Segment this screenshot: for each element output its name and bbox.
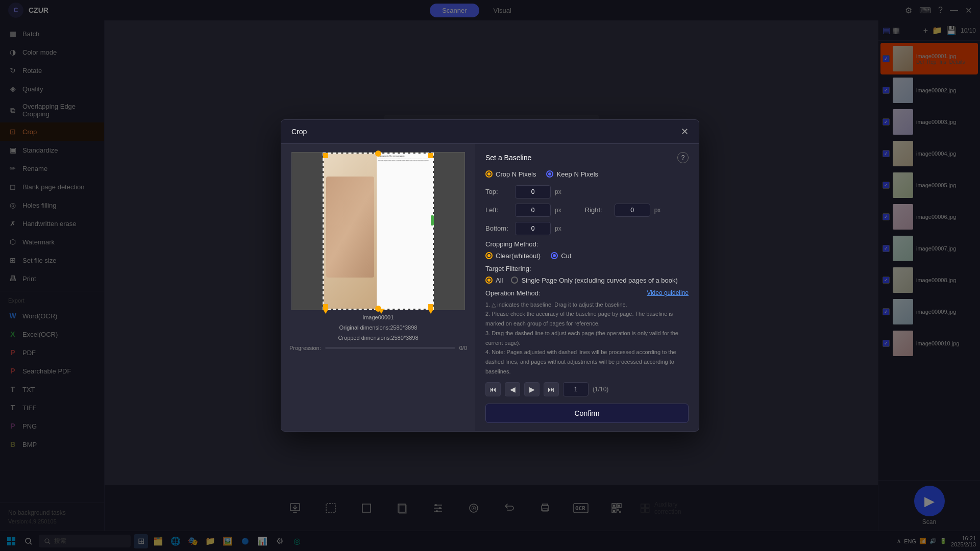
all-option[interactable]: All: [485, 277, 503, 284]
progression-label: Progression:: [289, 345, 321, 351]
crop-content: Development of the nervous system Lorem …: [324, 154, 433, 309]
op-step-3-text: 3. Drag the dashed line to adjust each p…: [485, 329, 689, 347]
left-input[interactable]: [515, 204, 551, 217]
crop-gray-right: [434, 153, 464, 310]
modal-overlay: Crop ✕ Developm: [0, 0, 980, 551]
nav-prev-button[interactable]: ◀: [505, 382, 520, 396]
crop-handle-top[interactable]: [375, 151, 381, 157]
single-page-label: Single Page Only (excluding curved pages…: [521, 277, 677, 284]
nav-first-button[interactable]: ⏮: [485, 382, 501, 396]
baseline-marker[interactable]: [431, 215, 434, 226]
top-input[interactable]: [515, 185, 551, 198]
modal-settings: Set a Baseline ? Crop N Pixels Keep N Pi…: [475, 144, 699, 432]
filter-row: All Single Page Only (excluding curved p…: [485, 277, 689, 284]
bottom-label: Bottom:: [485, 224, 511, 232]
bottom-field-row: Bottom: px: [485, 222, 689, 235]
right-triangle-handle[interactable]: [428, 309, 434, 314]
clear-whiteout-radio[interactable]: [485, 252, 493, 259]
crop-n-pixels-option[interactable]: Crop N Pixels: [485, 170, 536, 178]
modal-preview: Development of the nervous system Lorem …: [281, 144, 475, 432]
op-steps: 1. △ indicates the baseline. Drag it to …: [485, 300, 689, 377]
cropped-dimensions-label: Cropped dimensions:2580*3898: [338, 335, 418, 341]
operation-method-section: Operation Method: Video guideline 1. △ i…: [485, 289, 689, 377]
modal-body: Development of the nervous system Lorem …: [281, 144, 699, 432]
baseline-title: Set a Baseline: [485, 154, 531, 162]
right-label: Right:: [585, 206, 610, 214]
book-page-title: Development of the nervous system: [378, 155, 431, 157]
progression-row: Progression: 0/0: [289, 345, 467, 351]
crop-n-pixels-radio[interactable]: [485, 170, 493, 178]
op-step-4-text: 4. Note: Pages adjusted with dashed line…: [485, 347, 689, 376]
help-button[interactable]: ?: [677, 152, 689, 163]
keep-n-pixels-radio[interactable]: [546, 170, 553, 178]
baseline-header: Set a Baseline ?: [485, 152, 689, 163]
book-page-text: Lorem ipsum dolor sit amet consectetur a…: [378, 158, 431, 163]
center-triangle-handle[interactable]: [378, 309, 384, 314]
crop-dashed-border: Development of the nervous system Lorem …: [323, 153, 434, 310]
crop-n-pixels-label: Crop N Pixels: [496, 170, 536, 178]
all-label: All: [496, 277, 503, 284]
video-guideline-link[interactable]: Video guideline: [647, 289, 689, 296]
op-step-2: 2. Please check the accuracy of the base…: [485, 309, 689, 328]
single-page-radio[interactable]: [511, 277, 518, 284]
modal-navigation: ⏮ ◀ ▶ ⏭ (1/10): [485, 382, 689, 396]
nav-page-input[interactable]: [563, 382, 589, 396]
cropping-method-row: Clear(whiteout) Cut: [485, 252, 689, 260]
target-filtering-label: Target Filtering:: [485, 265, 689, 272]
cropping-method-label: Cropping Method:: [485, 240, 689, 248]
left-triangle-handle[interactable]: [323, 309, 329, 314]
single-page-option[interactable]: Single Page Only (excluding curved pages…: [511, 277, 677, 284]
modal-title: Crop: [291, 128, 307, 136]
left-label: Left:: [485, 206, 511, 214]
op-step-3: 3. Drag the dashed line to adjust each p…: [485, 329, 689, 347]
crop-left-page: [324, 154, 377, 309]
keep-n-pixels-option[interactable]: Keep N Pixels: [546, 170, 598, 178]
clear-whiteout-option[interactable]: Clear(whiteout): [485, 252, 541, 260]
crop-modal: Crop ✕ Developm: [281, 119, 699, 432]
confirm-button[interactable]: Confirm: [485, 404, 689, 423]
op-step-2-text: 2. Please check the accuracy of the base…: [485, 309, 689, 328]
op-method-header: Operation Method: Video guideline: [485, 289, 689, 297]
cut-option[interactable]: Cut: [551, 252, 571, 260]
crop-preview-image: Development of the nervous system Lorem …: [291, 152, 465, 310]
modal-close-button[interactable]: ✕: [681, 126, 689, 137]
all-radio[interactable]: [485, 277, 493, 284]
crop-mode-radio-row: Crop N Pixels Keep N Pixels: [485, 170, 689, 178]
original-dimensions-label: Original dimensions:2580*3898: [339, 324, 418, 331]
right-input[interactable]: [615, 204, 650, 217]
lr-field-row: Left: px Right: px: [485, 204, 689, 217]
nav-total-label: (1/10): [593, 386, 608, 393]
op-method-label: Operation Method:: [485, 289, 541, 297]
crop-gray-left: [292, 153, 323, 310]
bottom-unit: px: [555, 225, 561, 232]
crop-corner-tl[interactable]: [323, 153, 328, 158]
cut-radio[interactable]: [551, 252, 558, 259]
keep-n-pixels-label: Keep N Pixels: [556, 170, 598, 178]
top-unit: px: [555, 188, 561, 195]
crop-corner-tr[interactable]: [428, 153, 433, 158]
top-label: Top:: [485, 188, 511, 195]
right-unit: px: [654, 207, 661, 214]
nav-play-button[interactable]: ▶: [524, 382, 540, 396]
nav-last-button[interactable]: ⏭: [544, 382, 559, 396]
progression-value: 0/0: [459, 345, 467, 351]
op-step-1-text: 1. △ indicates the baseline. Drag it to …: [485, 300, 627, 310]
left-unit: px: [555, 207, 561, 214]
clear-whiteout-label: Clear(whiteout): [496, 252, 541, 260]
modal-header: Crop ✕: [281, 120, 699, 144]
cut-label: Cut: [561, 252, 571, 260]
bottom-input[interactable]: [515, 222, 551, 235]
op-step-1: 1. △ indicates the baseline. Drag it to …: [485, 300, 689, 310]
crop-right-page: Development of the nervous system Lorem …: [377, 154, 433, 309]
op-step-4: 4. Note: Pages adjusted with dashed line…: [485, 347, 689, 376]
top-field-row: Top: px: [485, 185, 689, 198]
brain-fig: [326, 177, 374, 278]
progress-bar: [325, 347, 455, 349]
image-name-label: image00001: [363, 314, 394, 320]
